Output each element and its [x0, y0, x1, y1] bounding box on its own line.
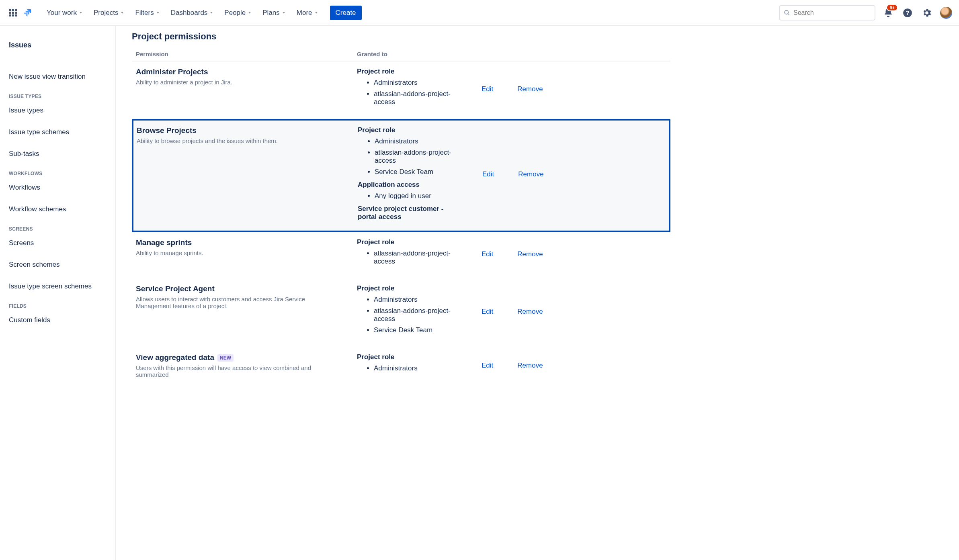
nav-item-plans[interactable]: Plans: [258, 6, 290, 19]
nav-item-your-work[interactable]: Your work: [43, 6, 87, 19]
nav-item-label: More: [297, 9, 312, 17]
main-content: Project permissions Permission Granted t…: [116, 26, 686, 560]
permission-row: Service Project AgentAllows users to int…: [132, 278, 670, 347]
permission-row: Browse ProjectsAbility to browse project…: [132, 119, 670, 232]
permission-row: View aggregated dataNEWUsers with this p…: [132, 347, 670, 386]
grant-item: Administrators: [374, 363, 461, 374]
grant-item: atlassian-addons-project-access: [374, 248, 461, 267]
sidebar-issues-heading[interactable]: Issues: [6, 37, 111, 53]
column-header-granted: Granted to: [357, 51, 461, 57]
jira-logo-icon[interactable]: [21, 6, 34, 19]
grant-item: atlassian-addons-project-access: [375, 147, 462, 166]
create-button[interactable]: Create: [330, 6, 362, 20]
nav-item-label: Your work: [47, 9, 77, 17]
permission-description: Users with this permission will have acc…: [136, 364, 341, 378]
grant-heading: Project role: [357, 353, 461, 361]
permission-name: Manage sprints: [136, 238, 357, 247]
grant-heading: Project role: [358, 126, 462, 134]
top-navigation: Your workProjectsFiltersDashboardsPeople…: [0, 0, 959, 26]
permission-description: Ability to browse projects and the issue…: [137, 137, 342, 144]
permission-row: Administer ProjectsAbility to administer…: [132, 61, 670, 119]
nav-item-dashboards[interactable]: Dashboards: [167, 6, 218, 19]
granted-to: Project roleAdministrators: [357, 353, 461, 378]
chevron-down-icon: [281, 10, 286, 15]
svg-text:?: ?: [906, 9, 909, 16]
permission-description: Allows users to interact with customers …: [136, 296, 341, 309]
permission-name: Administer Projects: [136, 67, 357, 76]
app-switcher-icon[interactable]: [6, 6, 19, 19]
nav-item-label: Dashboards: [171, 9, 208, 17]
grant-heading: Project role: [357, 67, 461, 76]
grant-item: Administrators: [374, 77, 461, 88]
remove-button[interactable]: Remove: [518, 126, 543, 223]
granted-to: Project roleatlassian-addons-project-acc…: [357, 238, 461, 270]
chevron-down-icon: [120, 10, 125, 15]
granted-to: Project roleAdministratorsatlassian-addo…: [357, 67, 461, 111]
sidebar-link-issue-type-schemes[interactable]: Issue type schemes: [6, 124, 111, 140]
remove-button[interactable]: Remove: [517, 67, 543, 111]
sidebar-link-screen-schemes[interactable]: Screen schemes: [6, 257, 111, 273]
search-icon: [784, 9, 790, 16]
nav-item-label: People: [224, 9, 246, 17]
sidebar-link-issue-type-screen-schemes[interactable]: Issue type screen schemes: [6, 278, 111, 294]
sidebar-section-issue-types: ISSUE TYPES: [6, 85, 111, 102]
chevron-down-icon: [247, 10, 252, 15]
sidebar-link-workflows[interactable]: Workflows: [6, 180, 111, 196]
edit-button[interactable]: Edit: [482, 126, 494, 223]
edit-button[interactable]: Edit: [482, 353, 493, 378]
nav-item-label: Plans: [262, 9, 280, 17]
nav-item-people[interactable]: People: [220, 6, 256, 19]
nav-item-filters[interactable]: Filters: [131, 6, 164, 19]
new-badge: NEW: [217, 354, 234, 362]
sidebar-link-custom-fields[interactable]: Custom fields: [6, 312, 111, 328]
chevron-down-icon: [209, 10, 214, 15]
edit-button[interactable]: Edit: [482, 284, 493, 339]
permission-name: Browse Projects: [137, 126, 358, 135]
sidebar-link-sub-tasks[interactable]: Sub-tasks: [6, 146, 111, 162]
sidebar-section-workflows: WORKFLOWS: [6, 162, 111, 180]
nav-items: Your workProjectsFiltersDashboardsPeople…: [43, 6, 323, 19]
profile-avatar[interactable]: [940, 6, 953, 19]
grant-item: atlassian-addons-project-access: [374, 88, 461, 108]
settings-icon[interactable]: [920, 6, 933, 19]
grant-item: Service Desk Team: [374, 325, 461, 336]
help-icon[interactable]: ?: [901, 6, 914, 19]
permission-row: Manage sprintsAbility to manage sprints.…: [132, 232, 670, 278]
granted-to: Project roleAdministratorsatlassian-addo…: [358, 126, 462, 223]
notifications-icon[interactable]: 9+: [882, 6, 895, 19]
grant-item: Service Desk Team: [375, 166, 462, 178]
grant-heading: Project role: [357, 238, 461, 246]
nav-item-projects[interactable]: Projects: [90, 6, 129, 19]
grant-heading: Application access: [358, 181, 462, 189]
remove-button[interactable]: Remove: [517, 353, 543, 378]
sidebar-link-issue-types[interactable]: Issue types: [6, 102, 111, 119]
chevron-down-icon: [314, 10, 319, 15]
sidebar-link-screens[interactable]: Screens: [6, 235, 111, 251]
sidebar-section-fields: FIELDS: [6, 294, 111, 312]
granted-to: Project roleAdministratorsatlassian-addo…: [357, 284, 461, 339]
search-input[interactable]: [793, 9, 871, 16]
grant-heading: Project role: [357, 284, 461, 292]
sidebar-link-new-issue-view-transition[interactable]: New issue view transition: [6, 69, 111, 85]
edit-button[interactable]: Edit: [482, 67, 493, 111]
permissions-table-header: Permission Granted to: [132, 47, 670, 61]
grant-heading: Service project customer - portal access: [358, 205, 462, 221]
search-box[interactable]: [779, 5, 875, 20]
grant-item: Administrators: [374, 294, 461, 305]
permission-name: View aggregated dataNEW: [136, 353, 357, 362]
grant-item: atlassian-addons-project-access: [374, 305, 461, 325]
edit-button[interactable]: Edit: [482, 238, 493, 270]
remove-button[interactable]: Remove: [517, 284, 543, 339]
sidebar-link-workflow-schemes[interactable]: Workflow schemes: [6, 201, 111, 217]
page-title: Project permissions: [132, 31, 670, 42]
permission-description: Ability to administer a project in Jira.: [136, 79, 341, 86]
grant-item: Any logged in user: [375, 190, 462, 202]
chevron-down-icon: [78, 10, 83, 15]
nav-item-label: Projects: [94, 9, 118, 17]
notification-badge: 9+: [886, 4, 898, 11]
permission-description: Ability to manage sprints.: [136, 249, 341, 256]
sidebar: Issues New issue view transition ISSUE T…: [0, 26, 116, 560]
nav-item-more[interactable]: More: [293, 6, 323, 19]
remove-button[interactable]: Remove: [517, 238, 543, 270]
topnav-right: 9+ ?: [882, 6, 953, 19]
